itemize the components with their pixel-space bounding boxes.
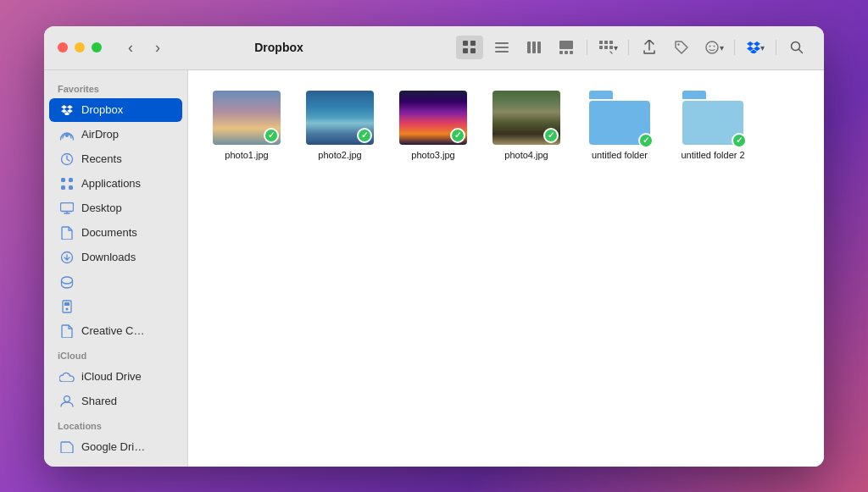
file-item-folder2[interactable]: ✓ untitled folder 2	[675, 91, 751, 160]
svg-rect-12	[565, 51, 568, 54]
folder1-icon-wrapper: ✓	[589, 91, 650, 145]
dropbox-label: Dropbox	[81, 103, 123, 116]
photo1-thumb: ✓	[213, 91, 281, 145]
file-area: ✓ photo1.jpg ✓ photo2.jpg ✓ photo3.jpg	[188, 70, 824, 467]
svg-point-37	[66, 307, 69, 310]
sidebar-item-applications[interactable]: Applications	[49, 172, 182, 196]
sidebar-item-airdrop[interactable]: AirDrop	[49, 123, 182, 146]
photo3-checkmark: ✓	[450, 128, 465, 143]
sidebar-item-desktop[interactable]: Desktop	[49, 196, 182, 220]
svg-rect-29	[69, 178, 73, 182]
file-item-folder1[interactable]: ✓ untitled folder	[581, 91, 658, 160]
svg-rect-8	[532, 41, 536, 53]
divider1	[587, 40, 587, 55]
favorites-label: Favorites	[44, 77, 187, 97]
svg-rect-3	[470, 48, 476, 53]
svg-rect-32	[61, 202, 74, 211]
file-item-photo1[interactable]: ✓ photo1.jpg	[209, 91, 285, 160]
svg-rect-4	[495, 42, 509, 44]
view-grid-button[interactable]	[456, 36, 483, 59]
photo2-thumb: ✓	[306, 91, 374, 145]
svg-rect-30	[61, 185, 65, 190]
photo4-name: photo4.jpg	[504, 150, 548, 160]
svg-rect-14	[599, 41, 603, 44]
tag-button[interactable]	[668, 36, 695, 59]
photo1-checkmark: ✓	[264, 128, 279, 143]
dropbox-button[interactable]: ▾	[742, 36, 769, 59]
traffic-lights	[58, 42, 102, 53]
svg-rect-31	[69, 185, 73, 190]
svg-point-21	[706, 41, 718, 53]
svg-point-38	[64, 395, 70, 401]
minimize-button[interactable]	[75, 42, 85, 53]
photo2-checkmark: ✓	[357, 128, 372, 143]
drive2-icon	[59, 299, 75, 314]
creative-icon	[59, 323, 75, 339]
sidebar-item-downloads[interactable]: Downloads	[49, 246, 182, 269]
svg-rect-5	[495, 47, 509, 48]
file-item-photo2[interactable]: ✓ photo2.jpg	[302, 91, 378, 160]
photo3-name: photo3.jpg	[411, 150, 454, 160]
sidebar-item-drive1[interactable]	[49, 270, 182, 294]
creative-label: Creative C…	[81, 324, 144, 337]
emoji-button[interactable]: ▾	[700, 36, 727, 59]
sidebar-item-shared[interactable]: Shared	[49, 390, 182, 413]
finder-window: ‹ › Dropbox	[44, 26, 824, 467]
folder2-icon-wrapper: ✓	[682, 91, 743, 145]
dropbox-icon	[59, 102, 75, 118]
svg-rect-1	[470, 41, 476, 46]
svg-rect-2	[463, 48, 468, 53]
view-columns-button[interactable]	[520, 36, 548, 59]
recents-icon	[59, 152, 75, 167]
divider3	[734, 40, 735, 55]
photo1-name: photo1.jpg	[225, 150, 268, 160]
file-item-photo4[interactable]: ✓ photo4.jpg	[488, 91, 565, 160]
toolbar: ▾ ▾	[456, 36, 810, 59]
icloud-label: iCloud	[44, 344, 187, 364]
downloads-icon	[59, 250, 75, 265]
desktop-label: Desktop	[81, 202, 122, 214]
recents-label: Recents	[81, 152, 122, 165]
folder1-name: untitled folder	[592, 150, 648, 160]
share-button[interactable]	[636, 36, 663, 59]
svg-rect-6	[495, 51, 509, 53]
folder1-checkmark: ✓	[638, 133, 654, 148]
sidebar: Favorites Dropbox AirDrop	[44, 70, 188, 467]
icloud-drive-icon	[59, 369, 75, 384]
photo2-name: photo2.jpg	[318, 150, 361, 160]
sidebar-item-icloud-drive[interactable]: iCloud Drive	[49, 365, 182, 389]
svg-point-22	[709, 46, 710, 47]
tags-section-label: Tags	[44, 460, 187, 467]
sidebar-item-drive2[interactable]	[49, 295, 182, 318]
svg-rect-7	[527, 41, 531, 53]
divider2	[628, 40, 629, 55]
view-gallery-button[interactable]	[553, 36, 580, 59]
svg-rect-0	[463, 41, 468, 46]
airdrop-label: AirDrop	[81, 128, 119, 141]
photo3-thumb: ✓	[399, 91, 467, 145]
sidebar-item-dropbox[interactable]: Dropbox	[49, 98, 182, 122]
sidebar-item-google-drive[interactable]: Google Dri…	[49, 435, 182, 459]
documents-icon	[59, 225, 75, 240]
svg-point-34	[62, 277, 73, 284]
sidebar-item-documents[interactable]: Documents	[49, 221, 182, 245]
window-title: Dropbox	[112, 41, 446, 54]
photo4-checkmark: ✓	[543, 128, 559, 143]
divider4	[776, 40, 776, 55]
sidebar-item-recents[interactable]: Recents	[49, 147, 182, 171]
svg-point-23	[713, 46, 715, 47]
folder2-name: untitled folder 2	[681, 150, 744, 160]
applications-label: Applications	[81, 177, 141, 190]
titlebar: ‹ › Dropbox	[44, 26, 824, 70]
photo4-thumb: ✓	[492, 91, 560, 145]
view-options-button[interactable]: ▾	[594, 36, 621, 59]
close-button[interactable]	[58, 42, 68, 53]
drive1-icon	[59, 274, 75, 290]
documents-label: Documents	[81, 226, 137, 239]
search-button[interactable]	[783, 36, 810, 59]
file-item-photo3[interactable]: ✓ photo3.jpg	[395, 91, 471, 160]
maximize-button[interactable]	[92, 42, 102, 53]
view-list-button[interactable]	[488, 36, 515, 59]
icloud-drive-label: iCloud Drive	[81, 370, 142, 383]
sidebar-item-creative[interactable]: Creative C…	[49, 319, 182, 343]
